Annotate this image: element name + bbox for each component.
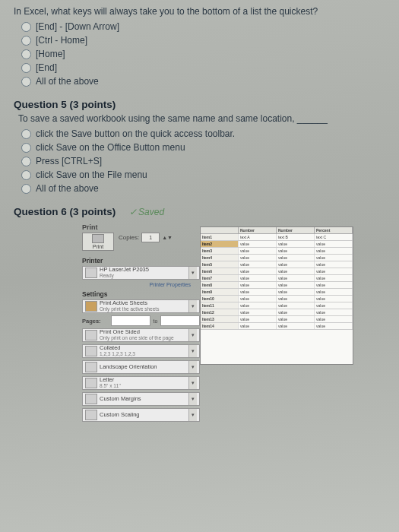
chevron-down-icon[interactable]: ▾ bbox=[188, 329, 197, 341]
table-row: Item13valuevaluevalue bbox=[201, 316, 353, 323]
table-row: Item6valuevaluevalue bbox=[201, 268, 353, 275]
saved-label: Saved bbox=[138, 207, 164, 217]
q6-heading: Question 6 (3 points) ✓Saved bbox=[14, 206, 385, 217]
table-row: Item5valuevaluevalue bbox=[201, 261, 353, 268]
dd-sub: Only print on one side of the page bbox=[100, 335, 188, 341]
pages-to-label: to bbox=[154, 318, 158, 324]
printer-icon bbox=[85, 268, 97, 278]
chevron-down-icon[interactable]: ▾ bbox=[188, 300, 197, 312]
radio-icon[interactable] bbox=[21, 129, 31, 139]
landscape-icon bbox=[85, 362, 97, 372]
page-icon bbox=[85, 378, 97, 388]
chevron-down-icon[interactable]: ▾ bbox=[188, 345, 197, 357]
option-label: [Ctrl - Home] bbox=[36, 35, 87, 46]
q4-option-0[interactable]: [End] - [Down Arrow] bbox=[21, 21, 385, 32]
sheets-icon bbox=[85, 301, 97, 312]
copies-value: 1 bbox=[149, 235, 152, 240]
option-label: All of the above bbox=[36, 76, 99, 87]
chevron-down-icon[interactable]: ▾ bbox=[188, 267, 197, 279]
dd-sub: 8.5" x 11" bbox=[100, 383, 188, 389]
option-label: [End] - [Down Arrow] bbox=[36, 21, 119, 32]
print-button[interactable]: Print bbox=[82, 233, 114, 251]
dd-main: Print One Sided bbox=[100, 329, 188, 335]
scaling-icon bbox=[85, 410, 97, 420]
radio-icon[interactable] bbox=[21, 170, 31, 180]
printer-dropdown[interactable]: HP LaserJet P2035 Ready ▾ bbox=[82, 266, 200, 280]
print-left-pane: Print Print Copies: 1 ▲▼ Printer bbox=[82, 223, 200, 424]
radio-icon[interactable] bbox=[21, 49, 31, 59]
q5-option-4[interactable]: All of the above bbox=[21, 183, 385, 194]
copies-row: Copies: 1 ▲▼ bbox=[119, 233, 173, 242]
table-row: Item4valuevaluevalue bbox=[201, 255, 353, 261]
table-row: Item8valuevaluevalue bbox=[201, 282, 353, 289]
radio-icon[interactable] bbox=[21, 63, 31, 73]
orientation-dropdown[interactable]: Landscape Orientation ▾ bbox=[82, 360, 200, 374]
print-button-label: Print bbox=[93, 244, 103, 249]
margins-icon bbox=[85, 394, 97, 404]
q5-option-1[interactable]: click Save on the Office Button menu bbox=[21, 142, 385, 153]
table-row: Item12valuevaluevalue bbox=[201, 309, 353, 316]
dd-main: Custom Margins bbox=[100, 396, 188, 402]
option-label: [End] bbox=[36, 62, 57, 73]
printer-properties-link[interactable]: Printer Properties bbox=[82, 282, 200, 287]
dd-main: Landscape Orientation bbox=[100, 364, 188, 370]
q4-option-4[interactable]: All of the above bbox=[21, 76, 385, 87]
page-icon bbox=[85, 330, 97, 340]
q5-sub: To save a saved workbook using the same … bbox=[18, 113, 385, 124]
chevron-down-icon[interactable]: ▾ bbox=[188, 409, 197, 421]
collate-dropdown[interactable]: Collated 1,2,3 1,2,3 1,2,3 ▾ bbox=[82, 344, 200, 358]
table-row: Item3valuevaluevalue bbox=[201, 248, 353, 255]
dd-main: Letter bbox=[100, 377, 188, 383]
radio-icon[interactable] bbox=[21, 184, 31, 194]
q4-stem: In Excel, what keys will always take you… bbox=[14, 6, 385, 17]
q5-heading: Question 5 (3 points) bbox=[14, 99, 385, 110]
option-label: click the Save button on the quick acces… bbox=[36, 128, 235, 139]
preview-sheet: NumberNumberPercentItem1text Atext Btext… bbox=[200, 226, 353, 365]
saved-badge: ✓Saved bbox=[129, 207, 164, 217]
collate-icon bbox=[85, 346, 97, 356]
copies-label: Copies: bbox=[119, 234, 139, 241]
printer-name: HP LaserJet P2035 bbox=[100, 267, 188, 273]
radio-icon[interactable] bbox=[21, 157, 31, 166]
sides-dropdown[interactable]: Print One Sided Only print on one side o… bbox=[82, 328, 200, 342]
dd-sub: 1,2,3 1,2,3 1,2,3 bbox=[100, 351, 188, 357]
q4-option-1[interactable]: [Ctrl - Home] bbox=[21, 35, 385, 46]
margins-dropdown[interactable]: Custom Margins ▾ bbox=[82, 392, 200, 406]
q6-heading-text: Question 6 (3 points) bbox=[14, 206, 116, 217]
q4-option-2[interactable]: [Home] bbox=[21, 49, 385, 59]
pages-label: Pages: bbox=[82, 318, 108, 325]
option-label: [Home] bbox=[36, 49, 65, 59]
chevron-down-icon[interactable]: ▾ bbox=[188, 377, 197, 389]
radio-icon[interactable] bbox=[21, 22, 31, 32]
q4-option-3[interactable]: [End] bbox=[21, 62, 385, 73]
printer-icon bbox=[92, 234, 104, 243]
q5-option-0[interactable]: click the Save button on the quick acces… bbox=[21, 128, 385, 139]
q5-option-2[interactable]: Press [CTRL+S] bbox=[21, 156, 385, 166]
copies-spinner[interactable]: 1 bbox=[141, 233, 160, 242]
pages-from-input[interactable] bbox=[111, 315, 150, 326]
table-row: Item2valuevaluevalue bbox=[201, 241, 353, 248]
paper-size-dropdown[interactable]: Letter 8.5" x 11" ▾ bbox=[82, 376, 200, 390]
scaling-dropdown[interactable]: Custom Scaling ▾ bbox=[82, 408, 200, 422]
q5-option-3[interactable]: click Save on the File menu bbox=[21, 169, 385, 180]
print-preview-pane: NumberNumberPercentItem1text Atext Btext… bbox=[200, 223, 356, 424]
chevron-down-icon[interactable]: ▾ bbox=[188, 361, 197, 373]
spinner-arrows-icon[interactable]: ▲▼ bbox=[162, 235, 173, 240]
table-row: Item1text Atext Btext C bbox=[201, 234, 353, 241]
table-row: Item7valuevaluevalue bbox=[201, 275, 353, 282]
dd-main: Print Active Sheets bbox=[100, 300, 188, 306]
pages-to-input[interactable] bbox=[160, 315, 200, 326]
option-label: Press [CTRL+S] bbox=[36, 156, 102, 166]
check-icon: ✓ bbox=[129, 207, 137, 217]
chevron-down-icon[interactable]: ▾ bbox=[188, 393, 197, 405]
dd-main: Collated bbox=[100, 345, 188, 351]
radio-icon[interactable] bbox=[21, 77, 31, 87]
print-dialog: Print Print Copies: 1 ▲▼ Printer bbox=[82, 223, 356, 424]
option-label: click Save on the Office Button menu bbox=[36, 142, 185, 153]
print-title: Print bbox=[82, 223, 200, 231]
print-what-dropdown[interactable]: Print Active Sheets Only print the activ… bbox=[82, 299, 200, 313]
table-row: Item14valuevaluevalue bbox=[201, 323, 353, 330]
table-row: Item10valuevaluevalue bbox=[201, 296, 353, 302]
radio-icon[interactable] bbox=[21, 36, 31, 46]
radio-icon[interactable] bbox=[21, 143, 31, 153]
